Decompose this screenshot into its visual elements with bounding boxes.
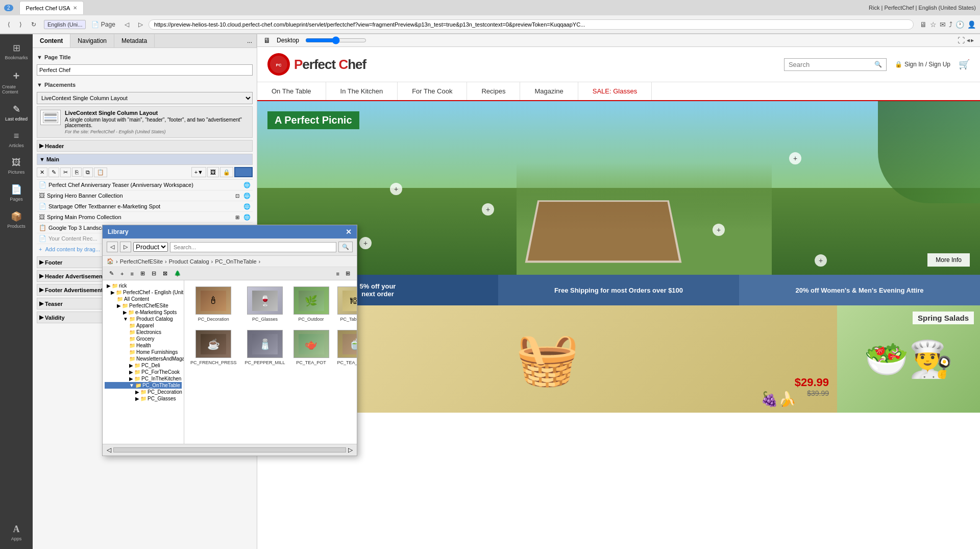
sidebar-item-articles[interactable]: ≡ Articles (0, 127, 33, 152)
nav-sale-glasses[interactable]: SALE: Glasses (578, 82, 652, 100)
hero-add-btn-2[interactable]: + (789, 152, 801, 164)
breadcrumb-item-2[interactable]: PC_OnTheTable (215, 258, 256, 265)
scroll-left-icon[interactable]: ◁ (107, 446, 111, 453)
library-type-filter[interactable]: Product (133, 242, 168, 252)
tab-close-button[interactable]: ✕ (73, 5, 77, 11)
breadcrumb-item-0[interactable]: PerfectChefESite (120, 258, 163, 265)
tree-item-grocery[interactable]: 📁 Grocery (105, 336, 182, 342)
placement-select[interactable]: LiveContext Single Column Layout (37, 92, 253, 104)
nav-in-the-kitchen[interactable]: In The Kitchen (326, 82, 398, 100)
tree-item-pc-decoration[interactable]: ▶ 📁 PC_Decoration (105, 389, 182, 395)
sidebar-item-pictures[interactable]: 🖼 Pictures (0, 153, 33, 179)
view-grid-small-btn[interactable]: ⊞ (138, 269, 148, 278)
tree-item-pc-deli[interactable]: ▶ 📁 PC_Deli (105, 362, 182, 369)
nav-recipes[interactable]: Recipes (467, 82, 520, 100)
tab-content[interactable]: Content (33, 34, 70, 47)
nav-on-the-table[interactable]: On The Table (257, 82, 326, 100)
view-list-btn[interactable]: ≡ (128, 269, 136, 278)
library-item-3[interactable]: 🍽 PC_Tableware (335, 284, 357, 324)
tree-item-rick[interactable]: ▶ 📁 rick (105, 282, 182, 289)
library-back-button[interactable]: ◁ (107, 242, 118, 252)
library-forward-button[interactable]: ▷ (120, 242, 131, 252)
hero-add-btn-1[interactable]: + (390, 183, 402, 195)
tree-item-newsletters[interactable]: 📁 NewslettersAndMagaz... (105, 355, 182, 362)
tree-item-home-furnishings[interactable]: 📁 Home Furnishings (105, 349, 182, 355)
main-img-btn[interactable]: 🖼 (207, 167, 219, 177)
library-item-0[interactable]: 🕯 PC_Decoration (188, 284, 239, 324)
library-item-2[interactable]: 🌿 PC_Outdoor (291, 284, 331, 324)
library-item-4[interactable]: ☕ PC_FRENCH_PRESS (188, 328, 239, 367)
view-grid-large-btn[interactable]: ⊠ (160, 269, 170, 278)
library-item-5[interactable]: 🧂 PC_PEPPER_MILL (243, 328, 287, 367)
hero-add-btn-6[interactable]: + (359, 237, 372, 249)
main-edit-btn[interactable]: ✎ (48, 168, 59, 177)
tree-item-perfectchef[interactable]: ▶ 📁 PerfectChef - English (United (105, 289, 182, 296)
main-duplicate-btn[interactable]: ⧉ (83, 168, 93, 177)
share-icon[interactable]: ⤴ (949, 20, 952, 29)
content-item-3[interactable]: 🖼 Spring Main Promo Collection ⊞ 🌐 (37, 212, 253, 223)
content-item-1[interactable]: 🖼 Spring Hero Banner Collection ⊡ 🌐 (37, 190, 253, 201)
tree-item-perfectchef-esite[interactable]: ▶ 📁 PerfectChefESite (105, 302, 182, 309)
nav-left[interactable]: ◁ (121, 19, 133, 30)
breadcrumb-item-1[interactable]: Product Catalog (169, 258, 209, 265)
tree-item-product-catalog[interactable]: ▼ 📁 Product Catalog (105, 316, 182, 322)
view-pencil-btn[interactable]: ✎ (107, 269, 116, 278)
hero-add-btn-5[interactable]: + (815, 254, 827, 267)
hero-add-btn-4[interactable]: + (713, 224, 725, 236)
zoom-slider[interactable] (305, 36, 366, 44)
nav-for-the-cook[interactable]: For The Cook (398, 82, 467, 100)
placements-section-header[interactable]: ▼ Placements (37, 80, 253, 90)
tree-item-electronics[interactable]: 📁 Electronics (105, 329, 182, 336)
sidebar-item-bookmarks[interactable]: ⊞ Bookmarks (0, 38, 33, 64)
expand-icon[interactable]: ⛶ ◀▶ (958, 36, 974, 44)
sidebar-item-last-edited[interactable]: ✎ Last edited (0, 100, 33, 126)
refresh-button[interactable]: ↻ (28, 19, 40, 30)
tree-item-pc-onthetable[interactable]: ▼ 📁 PC_OnTheTable (105, 382, 182, 389)
back-button[interactable]: ⟨ (4, 19, 14, 30)
sidebar-item-apps[interactable]: A Apps (0, 520, 33, 545)
main-lock-btn[interactable]: 🔒 (220, 167, 233, 177)
library-item-6[interactable]: 🫖 PC_TEA_POT (291, 328, 331, 367)
view-add-btn[interactable]: + (118, 269, 126, 278)
main-copy-btn[interactable]: ⎘ (72, 168, 82, 177)
breadcrumb-home[interactable]: 🏠 (107, 258, 114, 265)
tree-item-emarketing[interactable]: ▶ 📁 e-Marketing Spots (105, 309, 182, 316)
cart-icon[interactable]: 🛒 (959, 59, 970, 70)
sidebar-item-pages[interactable]: 📄 Pages (0, 180, 33, 206)
tree-item-health[interactable]: 📁 Health (105, 342, 182, 349)
main-section-toggle[interactable]: ▼ Main (37, 154, 253, 165)
view-grid-toggle[interactable]: ⊞ (343, 269, 353, 278)
view-table-btn[interactable]: ⊟ (149, 269, 159, 278)
site-auth[interactable]: 🔒 Sign In / Sign Up (895, 61, 950, 68)
main-cut-btn[interactable]: ✂ (60, 168, 71, 177)
tree-item-all-content[interactable]: 📁 All Content (105, 296, 182, 302)
search-input[interactable] (789, 61, 870, 68)
library-item-1[interactable]: 🍷 PC_Glasses (243, 284, 287, 324)
library-search-input[interactable] (170, 242, 336, 252)
view-list-toggle[interactable]: ≡ (334, 269, 342, 278)
content-item-2[interactable]: 📄 Startpage Offer Textbanner e-Marketing… (37, 201, 253, 212)
tab-navigation[interactable]: Navigation (70, 34, 114, 47)
tree-item-apparel[interactable]: 📁 Apparel (105, 322, 182, 329)
nav-right[interactable]: ▷ (135, 19, 146, 30)
page-button[interactable]: 📄 Page (88, 19, 118, 30)
header-section-toggle[interactable]: ▶ Header (37, 140, 253, 152)
clock-icon[interactable]: 🕐 (955, 20, 964, 29)
page-title-section-header[interactable]: ▼ Page Title (37, 52, 253, 62)
hero-add-btn-3[interactable]: + (482, 203, 494, 216)
view-tree-btn[interactable]: 🌲 (172, 269, 184, 278)
library-close-button[interactable]: ✕ (346, 228, 352, 236)
tab-metadata[interactable]: Metadata (114, 34, 155, 47)
tree-item-pc-inthekitchen[interactable]: ▶ 📁 PC_InTheKitchen (105, 375, 182, 382)
main-delete-btn[interactable]: ✕ (37, 168, 47, 177)
sidebar-item-products[interactable]: 📦 Products (0, 207, 33, 233)
tree-item-pc-glasses[interactable]: ▶ 📁 PC_Glasses (105, 395, 182, 402)
forward-button[interactable]: ⟩ (16, 19, 26, 30)
nav-magazine[interactable]: Magazine (520, 82, 578, 100)
main-add-btn[interactable]: +▼ (191, 167, 206, 177)
person-icon[interactable]: 👤 (967, 20, 976, 29)
tree-item-pc-forthcook[interactable]: ▶ 📁 PC_ForTheCook (105, 369, 182, 375)
main-paste-btn[interactable]: 📋 (94, 168, 107, 177)
star-icon[interactable]: ☆ (930, 20, 937, 29)
sidebar-item-create[interactable]: + Create Content (0, 65, 33, 99)
